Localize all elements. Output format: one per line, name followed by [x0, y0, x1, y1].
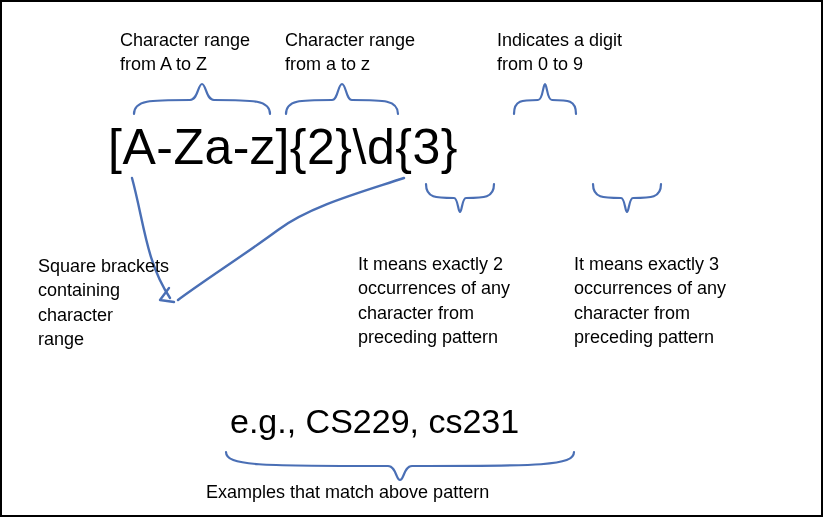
- label-examples-caption: Examples that match above pattern: [206, 480, 489, 504]
- brace-bottom-quant2-icon: [420, 180, 500, 216]
- regex-quant-2: {2}: [290, 119, 353, 175]
- diagram-frame: Character range from A to Z Character ra…: [0, 0, 823, 517]
- label-square-brackets: Square brackets containing character ran…: [38, 254, 169, 351]
- brace-top-upper-range-icon: [130, 80, 274, 118]
- label-range-lower: Character range from a to z: [285, 28, 415, 77]
- label-quant-3: It means exactly 3 occurrences of any ch…: [574, 252, 726, 349]
- brace-top-lower-range-icon: [282, 80, 402, 118]
- regex-close-bracket: ]: [275, 119, 289, 175]
- brace-top-digit-icon: [510, 80, 580, 118]
- brace-examples-icon: [220, 448, 580, 484]
- label-digit: Indicates a digit from 0 to 9: [497, 28, 622, 77]
- regex-digit: \d: [353, 119, 396, 175]
- brace-bottom-quant3-icon: [587, 180, 667, 216]
- regex-quant-3: {3}: [395, 119, 458, 175]
- label-range-upper: Character range from A to Z: [120, 28, 250, 77]
- examples-text: e.g., CS229, cs231: [230, 402, 519, 441]
- regex-open-bracket: [: [108, 119, 122, 175]
- regex-range-lower: a-z: [204, 119, 275, 175]
- regex-expression: [A-Za-z]{2}\d{3}: [108, 118, 458, 176]
- label-quant-2: It means exactly 2 occurrences of any ch…: [358, 252, 510, 349]
- regex-range-upper: A-Z: [122, 119, 204, 175]
